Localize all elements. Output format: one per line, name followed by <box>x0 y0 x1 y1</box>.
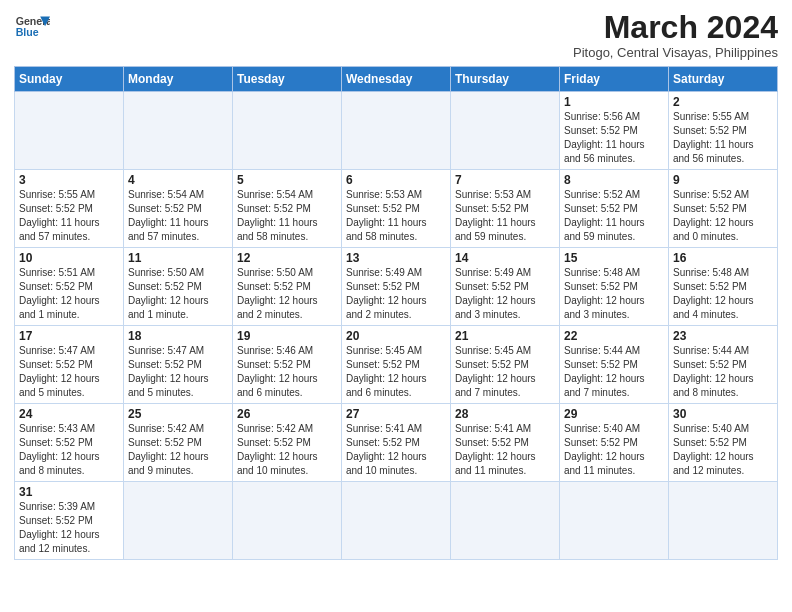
calendar-table: SundayMondayTuesdayWednesdayThursdayFrid… <box>14 66 778 560</box>
calendar-day-20: 20Sunrise: 5:45 AM Sunset: 5:52 PM Dayli… <box>342 326 451 404</box>
day-number: 6 <box>346 173 446 187</box>
calendar-day-26: 26Sunrise: 5:42 AM Sunset: 5:52 PM Dayli… <box>233 404 342 482</box>
day-info: Sunrise: 5:43 AM Sunset: 5:52 PM Dayligh… <box>19 422 119 478</box>
weekday-tuesday: Tuesday <box>233 67 342 92</box>
calendar-day-22: 22Sunrise: 5:44 AM Sunset: 5:52 PM Dayli… <box>560 326 669 404</box>
day-info: Sunrise: 5:54 AM Sunset: 5:52 PM Dayligh… <box>128 188 228 244</box>
day-number: 15 <box>564 251 664 265</box>
day-number: 22 <box>564 329 664 343</box>
calendar-day-28: 28Sunrise: 5:41 AM Sunset: 5:52 PM Dayli… <box>451 404 560 482</box>
day-number: 13 <box>346 251 446 265</box>
calendar-day-17: 17Sunrise: 5:47 AM Sunset: 5:52 PM Dayli… <box>15 326 124 404</box>
day-info: Sunrise: 5:39 AM Sunset: 5:52 PM Dayligh… <box>19 500 119 556</box>
day-number: 8 <box>564 173 664 187</box>
day-number: 9 <box>673 173 773 187</box>
calendar-day-7: 7Sunrise: 5:53 AM Sunset: 5:52 PM Daylig… <box>451 170 560 248</box>
month-title: March 2024 <box>573 10 778 45</box>
day-info: Sunrise: 5:47 AM Sunset: 5:52 PM Dayligh… <box>19 344 119 400</box>
calendar-day-2: 2Sunrise: 5:55 AM Sunset: 5:52 PM Daylig… <box>669 92 778 170</box>
day-number: 10 <box>19 251 119 265</box>
day-info: Sunrise: 5:55 AM Sunset: 5:52 PM Dayligh… <box>19 188 119 244</box>
calendar-week-5: 24Sunrise: 5:43 AM Sunset: 5:52 PM Dayli… <box>15 404 778 482</box>
day-info: Sunrise: 5:55 AM Sunset: 5:52 PM Dayligh… <box>673 110 773 166</box>
weekday-monday: Monday <box>124 67 233 92</box>
day-info: Sunrise: 5:48 AM Sunset: 5:52 PM Dayligh… <box>564 266 664 322</box>
calendar-day-empty <box>233 482 342 560</box>
day-number: 4 <box>128 173 228 187</box>
day-number: 23 <box>673 329 773 343</box>
calendar-week-4: 17Sunrise: 5:47 AM Sunset: 5:52 PM Dayli… <box>15 326 778 404</box>
day-number: 24 <box>19 407 119 421</box>
calendar-day-5: 5Sunrise: 5:54 AM Sunset: 5:52 PM Daylig… <box>233 170 342 248</box>
calendar-day-15: 15Sunrise: 5:48 AM Sunset: 5:52 PM Dayli… <box>560 248 669 326</box>
calendar-day-empty <box>451 482 560 560</box>
header: General Blue March 2024 Pitogo, Central … <box>14 10 778 60</box>
calendar-day-31: 31Sunrise: 5:39 AM Sunset: 5:52 PM Dayli… <box>15 482 124 560</box>
logo-icon: General Blue <box>14 10 50 46</box>
day-info: Sunrise: 5:51 AM Sunset: 5:52 PM Dayligh… <box>19 266 119 322</box>
calendar-day-empty <box>560 482 669 560</box>
day-info: Sunrise: 5:54 AM Sunset: 5:52 PM Dayligh… <box>237 188 337 244</box>
day-number: 20 <box>346 329 446 343</box>
calendar-day-1: 1Sunrise: 5:56 AM Sunset: 5:52 PM Daylig… <box>560 92 669 170</box>
day-info: Sunrise: 5:45 AM Sunset: 5:52 PM Dayligh… <box>346 344 446 400</box>
day-info: Sunrise: 5:42 AM Sunset: 5:52 PM Dayligh… <box>237 422 337 478</box>
calendar-day-empty <box>124 92 233 170</box>
calendar-day-27: 27Sunrise: 5:41 AM Sunset: 5:52 PM Dayli… <box>342 404 451 482</box>
day-number: 17 <box>19 329 119 343</box>
day-info: Sunrise: 5:42 AM Sunset: 5:52 PM Dayligh… <box>128 422 228 478</box>
day-info: Sunrise: 5:52 AM Sunset: 5:52 PM Dayligh… <box>564 188 664 244</box>
day-info: Sunrise: 5:49 AM Sunset: 5:52 PM Dayligh… <box>346 266 446 322</box>
day-number: 2 <box>673 95 773 109</box>
calendar-page: General Blue March 2024 Pitogo, Central … <box>0 0 792 612</box>
day-info: Sunrise: 5:53 AM Sunset: 5:52 PM Dayligh… <box>455 188 555 244</box>
day-info: Sunrise: 5:44 AM Sunset: 5:52 PM Dayligh… <box>564 344 664 400</box>
day-number: 14 <box>455 251 555 265</box>
calendar-week-1: 1Sunrise: 5:56 AM Sunset: 5:52 PM Daylig… <box>15 92 778 170</box>
calendar-day-empty <box>15 92 124 170</box>
logo: General Blue <box>14 10 54 46</box>
day-info: Sunrise: 5:56 AM Sunset: 5:52 PM Dayligh… <box>564 110 664 166</box>
calendar-day-empty <box>124 482 233 560</box>
day-number: 29 <box>564 407 664 421</box>
day-number: 19 <box>237 329 337 343</box>
day-number: 12 <box>237 251 337 265</box>
day-number: 18 <box>128 329 228 343</box>
day-number: 5 <box>237 173 337 187</box>
weekday-sunday: Sunday <box>15 67 124 92</box>
calendar-day-18: 18Sunrise: 5:47 AM Sunset: 5:52 PM Dayli… <box>124 326 233 404</box>
calendar-day-24: 24Sunrise: 5:43 AM Sunset: 5:52 PM Dayli… <box>15 404 124 482</box>
calendar-day-empty <box>451 92 560 170</box>
day-number: 27 <box>346 407 446 421</box>
day-number: 3 <box>19 173 119 187</box>
calendar-day-19: 19Sunrise: 5:46 AM Sunset: 5:52 PM Dayli… <box>233 326 342 404</box>
calendar-day-21: 21Sunrise: 5:45 AM Sunset: 5:52 PM Dayli… <box>451 326 560 404</box>
day-info: Sunrise: 5:50 AM Sunset: 5:52 PM Dayligh… <box>128 266 228 322</box>
day-info: Sunrise: 5:44 AM Sunset: 5:52 PM Dayligh… <box>673 344 773 400</box>
calendar-day-6: 6Sunrise: 5:53 AM Sunset: 5:52 PM Daylig… <box>342 170 451 248</box>
svg-text:Blue: Blue <box>16 26 39 38</box>
calendar-day-23: 23Sunrise: 5:44 AM Sunset: 5:52 PM Dayli… <box>669 326 778 404</box>
day-info: Sunrise: 5:40 AM Sunset: 5:52 PM Dayligh… <box>564 422 664 478</box>
calendar-day-11: 11Sunrise: 5:50 AM Sunset: 5:52 PM Dayli… <box>124 248 233 326</box>
calendar-day-29: 29Sunrise: 5:40 AM Sunset: 5:52 PM Dayli… <box>560 404 669 482</box>
calendar-week-6: 31Sunrise: 5:39 AM Sunset: 5:52 PM Dayli… <box>15 482 778 560</box>
day-info: Sunrise: 5:48 AM Sunset: 5:52 PM Dayligh… <box>673 266 773 322</box>
day-info: Sunrise: 5:46 AM Sunset: 5:52 PM Dayligh… <box>237 344 337 400</box>
day-number: 25 <box>128 407 228 421</box>
calendar-day-3: 3Sunrise: 5:55 AM Sunset: 5:52 PM Daylig… <box>15 170 124 248</box>
subtitle: Pitogo, Central Visayas, Philippines <box>573 45 778 60</box>
day-number: 21 <box>455 329 555 343</box>
day-number: 30 <box>673 407 773 421</box>
day-number: 26 <box>237 407 337 421</box>
calendar-day-12: 12Sunrise: 5:50 AM Sunset: 5:52 PM Dayli… <box>233 248 342 326</box>
calendar-day-4: 4Sunrise: 5:54 AM Sunset: 5:52 PM Daylig… <box>124 170 233 248</box>
day-number: 31 <box>19 485 119 499</box>
calendar-day-10: 10Sunrise: 5:51 AM Sunset: 5:52 PM Dayli… <box>15 248 124 326</box>
calendar-day-empty <box>342 482 451 560</box>
calendar-day-16: 16Sunrise: 5:48 AM Sunset: 5:52 PM Dayli… <box>669 248 778 326</box>
calendar-day-empty <box>233 92 342 170</box>
calendar-day-empty <box>669 482 778 560</box>
day-info: Sunrise: 5:40 AM Sunset: 5:52 PM Dayligh… <box>673 422 773 478</box>
title-block: March 2024 Pitogo, Central Visayas, Phil… <box>573 10 778 60</box>
